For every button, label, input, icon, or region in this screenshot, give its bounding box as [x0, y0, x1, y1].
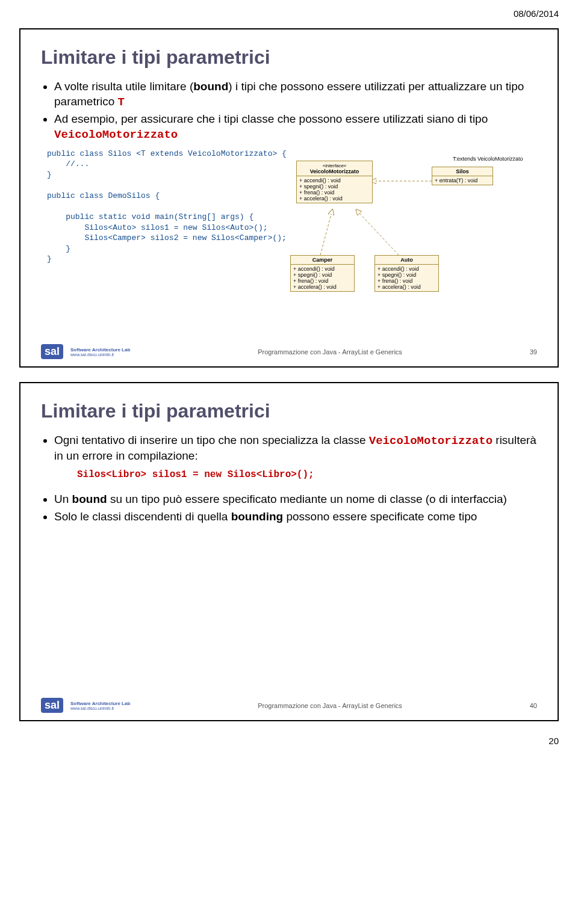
uml-operation: + accelera() : void — [293, 284, 352, 290]
uml-operation: + accelera() : void — [378, 284, 436, 290]
slide-1: Limitare i tipi parametrici A volte risu… — [19, 28, 559, 368]
logo: sal — [41, 344, 66, 359]
uml-operation: + accendi() : void — [293, 266, 352, 272]
uml-diagram: T:extends VeicoloMotorizzato «interface»… — [278, 156, 537, 336]
slide2-number: 40 — [530, 702, 537, 709]
slide1-number: 39 — [530, 348, 537, 356]
uml-class-name: VeicoloMotorizzato — [310, 168, 359, 174]
bullet-item: Solo le classi discendenti di quella bou… — [54, 510, 537, 525]
footer-lab-name: Software Architecture Lab — [70, 347, 130, 353]
footer-center-text: Programmazione con Java - ArrayList e Ge… — [258, 702, 402, 709]
footer-center-text: Programmazione con Java - ArrayList e Ge… — [258, 348, 402, 356]
uml-operation: + spegni() : void — [378, 272, 436, 278]
slide-2: Limitare i tipi parametrici Ogni tentati… — [19, 382, 559, 721]
slide1-bullets: A volte risulta utile limitare (bound) i… — [41, 79, 537, 143]
uml-operation: + frena() : void — [299, 189, 370, 196]
footer-url: www.sal.disco.unimib.it — [70, 353, 130, 357]
uml-operation: + frena() : void — [378, 278, 436, 284]
slide2-footer: sal Software Architecture Lab www.sal.di… — [41, 698, 537, 713]
uml-camper: Camper + accendi() : void+ spegni() : vo… — [290, 255, 355, 292]
uml-operation: + spegni() : void — [293, 272, 352, 278]
uml-operation: + frena() : void — [293, 278, 352, 284]
logo-badge: sal — [41, 344, 63, 359]
page-number: 20 — [0, 736, 578, 764]
svg-line-2 — [356, 210, 399, 255]
uml-constraint: T:extends VeicoloMotorizzato — [453, 156, 523, 162]
slide1-title: Limitare i tipi parametrici — [41, 46, 537, 69]
slide2-bullets-bottom: Un bound su un tipo può essere specifica… — [41, 492, 537, 524]
uml-class-name: Camper — [312, 257, 333, 263]
uml-class-name: Auto — [400, 257, 413, 263]
uml-operation: + accendi() : void — [299, 177, 370, 183]
uml-operation: + spegni() : void — [299, 183, 370, 189]
uml-operation: + entrata(T) : void — [435, 177, 490, 183]
logo-badge: sal — [41, 698, 63, 713]
logo: sal — [41, 698, 66, 713]
uml-auto: Auto + accendi() : void+ spegni() : void… — [374, 255, 439, 292]
slide2-title: Limitare i tipi parametrici — [41, 400, 537, 422]
bullet-item: Ad esempio, per assicurare che i tipi cl… — [54, 112, 537, 142]
svg-line-1 — [320, 210, 332, 255]
uml-stereotype: «interface» — [323, 163, 347, 168]
bullet-item: A volte risulta utile limitare (bound) i… — [54, 79, 537, 109]
uml-veicolo: «interface» VeicoloMotorizzato + accendi… — [296, 161, 373, 203]
bullet-item: Un bound su un tipo può essere specifica… — [54, 492, 537, 507]
uml-operation: + accendi() : void — [378, 266, 436, 272]
slide2-error-code: Silos<Libro> silos1 = new Silos<Libro>()… — [77, 469, 537, 480]
uml-operation: + accelera() : void — [299, 196, 370, 202]
slide2-bullets-top: Ogni tentativo di inserire un tipo che n… — [41, 433, 537, 463]
bullet-item: Ogni tentativo di inserire un tipo che n… — [54, 433, 537, 463]
footer-url: www.sal.disco.unimib.it — [70, 706, 130, 710]
slide1-footer: sal Software Architecture Lab www.sal.di… — [41, 344, 537, 359]
footer-lab-name: Software Architecture Lab — [70, 701, 130, 706]
uml-class-name: Silos — [456, 168, 469, 174]
uml-silos: Silos + entrata(T) : void — [432, 167, 493, 185]
page-date: 08/06/2014 — [0, 0, 578, 22]
